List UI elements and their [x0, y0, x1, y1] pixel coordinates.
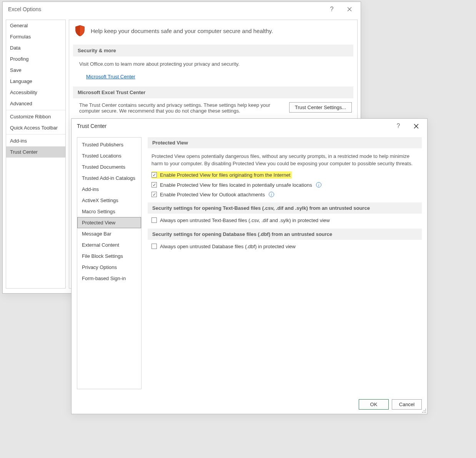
checkbox-icon [151, 217, 157, 223]
sidebar-item-save[interactable]: Save [6, 65, 65, 76]
sidebar-separator [6, 110, 65, 110]
options-banner: Help keep your documents safe and your c… [69, 20, 357, 45]
sidebar-item-general[interactable]: General [6, 20, 65, 31]
checkbox-icon [151, 244, 157, 249]
checkbox-text-files[interactable]: Always open untrusted Text-Based files (… [148, 214, 422, 229]
tc-sidebar-item-trusted-documents[interactable]: Trusted Documents [77, 161, 141, 173]
excel-options-title: Excel Options [8, 6, 323, 12]
sidebar-item-accessibility[interactable]: Accessibility [6, 87, 65, 98]
sidebar-item-advanced[interactable]: Advanced [6, 98, 65, 109]
info-icon[interactable]: i [269, 192, 274, 197]
trust-center-titlebar: Trust Center ? [72, 119, 427, 133]
microsoft-trust-center-link[interactable]: Microsoft Trust Center [86, 74, 135, 80]
db-files-heading: Security settings for opening Database f… [148, 229, 422, 240]
resize-grip[interactable] [421, 407, 426, 413]
tc-sidebar-item-external-content[interactable]: External Content [77, 239, 141, 251]
protected-view-description: Protected View opens potentially dangero… [148, 148, 422, 171]
tc-sidebar-item-trusted-publishers[interactable]: Trusted Publishers [77, 139, 141, 150]
sidebar-item-quick-access-toolbar[interactable]: Quick Access Toolbar [6, 122, 65, 133]
protected-view-heading: Protected View [148, 137, 422, 148]
checkbox-label: Enable Protected View for files located … [160, 182, 312, 188]
tc-sidebar-item-protected-view[interactable]: Protected View [77, 217, 141, 228]
tc-sidebar-item-form-based-sign-in[interactable]: Form-based Sign-in [77, 273, 141, 284]
tc-sidebar-item-privacy-options[interactable]: Privacy Options [77, 262, 141, 273]
sidebar-item-proofing[interactable]: Proofing [6, 53, 65, 65]
trust-center-footer: OK Cancel [72, 395, 427, 414]
section-excel-trust-center: Microsoft Excel Trust Center [73, 86, 353, 98]
trust-center-title: Trust Center [77, 123, 389, 129]
checkbox-label: Always open untrusted Database files (.d… [160, 244, 296, 249]
checkbox-icon: ✓ [151, 172, 157, 178]
section-security-more: Security & more [73, 45, 353, 56]
tc-sidebar-item-macro-settings[interactable]: Macro Settings [77, 206, 141, 217]
tc-sidebar-item-trusted-locations[interactable]: Trusted Locations [77, 150, 141, 161]
checkbox-label: Always open untrusted Text-Based files (… [160, 217, 330, 223]
banner-text: Help keep your documents safe and your c… [91, 28, 273, 34]
excel-options-titlebar: Excel Options ? [3, 2, 361, 17]
close-button[interactable] [407, 120, 425, 132]
checkbox-pv-unsafe-locations[interactable]: ✓ Enable Protected View for files locate… [148, 181, 422, 189]
trust-center-settings-button[interactable]: Trust Center Settings... [289, 102, 352, 113]
trust-center-window: Trust Center ? Trusted PublishersTrusted… [71, 118, 428, 414]
checkbox-pv-internet[interactable]: ✓ Enable Protected View for files origin… [151, 171, 292, 179]
sidebar-item-data[interactable]: Data [6, 42, 65, 53]
help-button[interactable]: ? [389, 120, 407, 132]
checkbox-label: Enable Protected View for Outlook attach… [160, 192, 265, 197]
tc-sidebar-item-message-bar[interactable]: Message Bar [77, 228, 141, 239]
options-sidebar: GeneralFormulasDataProofingSaveLanguageA… [6, 20, 66, 289]
help-button[interactable]: ? [323, 3, 341, 15]
close-button[interactable] [341, 3, 358, 15]
shield-icon [75, 25, 85, 37]
sidebar-item-customize-ribbon[interactable]: Customize Ribbon [6, 111, 65, 122]
trust-center-sidebar: Trusted PublishersTrusted LocationsTrust… [77, 137, 141, 389]
excel-trust-center-desc: The Trust Center contains security and p… [79, 102, 279, 114]
tc-sidebar-item-activex-settings[interactable]: ActiveX Settings [77, 195, 141, 206]
sidebar-separator [6, 134, 65, 134]
section-security-body: Visit Office.com to learn more about pro… [69, 56, 357, 86]
checkbox-label: Enable Protected View for files originat… [160, 172, 290, 178]
ok-button[interactable]: OK [359, 399, 389, 410]
tc-sidebar-item-add-ins[interactable]: Add-ins [77, 184, 141, 195]
cancel-button[interactable]: Cancel [392, 399, 422, 410]
sidebar-item-formulas[interactable]: Formulas [6, 31, 65, 42]
checkbox-pv-outlook[interactable]: ✓ Enable Protected View for Outlook atta… [148, 191, 422, 199]
checkbox-icon: ✓ [151, 192, 157, 197]
info-icon[interactable]: i [316, 182, 321, 188]
checkbox-icon: ✓ [151, 182, 157, 188]
close-icon [347, 7, 352, 12]
tc-sidebar-item-trusted-add-in-catalogs[interactable]: Trusted Add-in Catalogs [77, 173, 141, 184]
text-files-heading: Security settings for opening Text-Based… [148, 202, 422, 214]
trust-center-main: Protected View Protected View opens pote… [148, 137, 422, 389]
sidebar-item-trust-center[interactable]: Trust Center [6, 146, 65, 158]
sidebar-item-add-ins[interactable]: Add-ins [6, 135, 65, 146]
tc-sidebar-item-file-block-settings[interactable]: File Block Settings [77, 251, 141, 262]
sidebar-item-language[interactable]: Language [6, 76, 65, 87]
close-icon [414, 124, 419, 129]
security-visit-text: Visit Office.com to learn more about pro… [79, 61, 352, 67]
checkbox-db-files[interactable]: Always open untrusted Database files (.d… [148, 240, 422, 253]
